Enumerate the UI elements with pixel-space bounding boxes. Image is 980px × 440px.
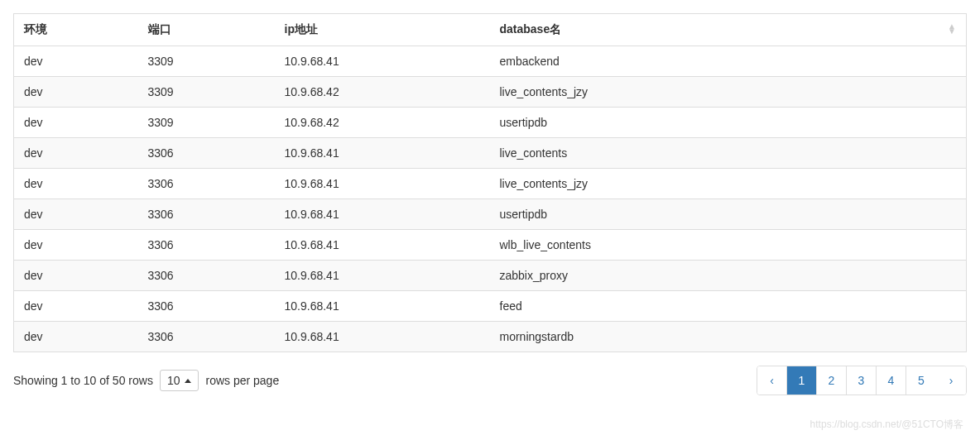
table-row[interactable]: dev330610.9.68.41zabbix_proxy [14,261,967,291]
cell-db: live_contents_jzy [490,77,967,108]
cell-port: 3309 [138,108,275,138]
cell-db: feed [490,291,967,322]
next-page-button[interactable]: › [936,366,966,395]
cell-env: dev [14,291,138,322]
cell-db: live_contents_jzy [490,169,967,199]
cell-db: wlb_live_contents [490,230,967,261]
cell-port: 3306 [138,322,275,352]
table-row[interactable]: dev330610.9.68.41live_contents [14,138,967,169]
caret-up-icon [185,379,191,383]
cell-port: 3306 [138,261,275,291]
cell-port: 3309 [138,77,275,108]
prev-page-button[interactable]: ‹ [757,366,787,395]
cell-env: dev [14,138,138,169]
cell-env: dev [14,322,138,352]
rows-info: Showing 1 to 10 of 50 rows [13,374,153,387]
cell-ip: 10.9.68.41 [275,169,490,199]
cell-env: dev [14,230,138,261]
cell-ip: 10.9.68.41 [275,261,490,291]
table-header-row: 环境 端口 ip地址 database名 ▲▼ [14,14,967,46]
cell-env: dev [14,77,138,108]
table-row[interactable]: dev330910.9.68.42live_contents_jzy [14,77,967,108]
rows-per-page-label: rows per page [205,374,279,387]
col-header-env[interactable]: 环境 [14,14,138,46]
cell-db: usertipdb [490,108,967,138]
cell-ip: 10.9.68.41 [275,46,490,77]
cell-env: dev [14,169,138,199]
cell-ip: 10.9.68.41 [275,138,490,169]
col-header-port[interactable]: 端口 [138,14,275,46]
table-row[interactable]: dev330610.9.68.41feed [14,291,967,322]
cell-env: dev [14,261,138,291]
page-button-1[interactable]: 1 [787,366,817,395]
cell-db: live_contents [490,138,967,169]
col-header-database-label: database名 [500,22,562,36]
cell-port: 3309 [138,46,275,77]
cell-env: dev [14,199,138,230]
page-button-3[interactable]: 3 [847,366,877,395]
table-row[interactable]: dev330910.9.68.42usertipdb [14,108,967,138]
cell-port: 3306 [138,169,275,199]
cell-env: dev [14,46,138,77]
col-header-port-label: 端口 [148,22,171,36]
cell-ip: 10.9.68.41 [275,322,490,352]
cell-port: 3306 [138,230,275,261]
cell-ip: 10.9.68.41 [275,230,490,261]
page-button-4[interactable]: 4 [877,366,906,395]
footer-left: Showing 1 to 10 of 50 rows 10 rows per p… [13,370,279,391]
col-header-ip-label: ip地址 [285,22,318,36]
cell-db: zabbix_proxy [490,261,967,291]
page-size-value: 10 [167,374,180,387]
table-row[interactable]: dev330910.9.68.41embackend [14,46,967,77]
cell-db: usertipdb [490,199,967,230]
table-row[interactable]: dev330610.9.68.41usertipdb [14,199,967,230]
table-row[interactable]: dev330610.9.68.41wlb_live_contents [14,230,967,261]
sort-icon: ▲▼ [948,24,956,34]
cell-port: 3306 [138,291,275,322]
cell-ip: 10.9.68.41 [275,199,490,230]
cell-port: 3306 [138,199,275,230]
cell-ip: 10.9.68.41 [275,291,490,322]
cell-ip: 10.9.68.42 [275,77,490,108]
page-button-5[interactable]: 5 [906,366,936,395]
cell-env: dev [14,108,138,138]
col-header-ip[interactable]: ip地址 [275,14,490,46]
cell-ip: 10.9.68.42 [275,108,490,138]
table-row[interactable]: dev330610.9.68.41live_contents_jzy [14,169,967,199]
table-row[interactable]: dev330610.9.68.41morningstardb [14,322,967,352]
cell-db: embackend [490,46,967,77]
cell-port: 3306 [138,138,275,169]
page-size-select[interactable]: 10 [160,370,199,391]
col-header-env-label: 环境 [24,22,47,36]
pagination: ‹ 12345 › [757,366,967,395]
cell-db: morningstardb [490,322,967,352]
col-header-database[interactable]: database名 ▲▼ [490,14,967,46]
page-button-2[interactable]: 2 [817,366,847,395]
data-table: 环境 端口 ip地址 database名 ▲▼ dev330910.9.68.4… [13,13,967,352]
table-footer: Showing 1 to 10 of 50 rows 10 rows per p… [13,362,967,395]
